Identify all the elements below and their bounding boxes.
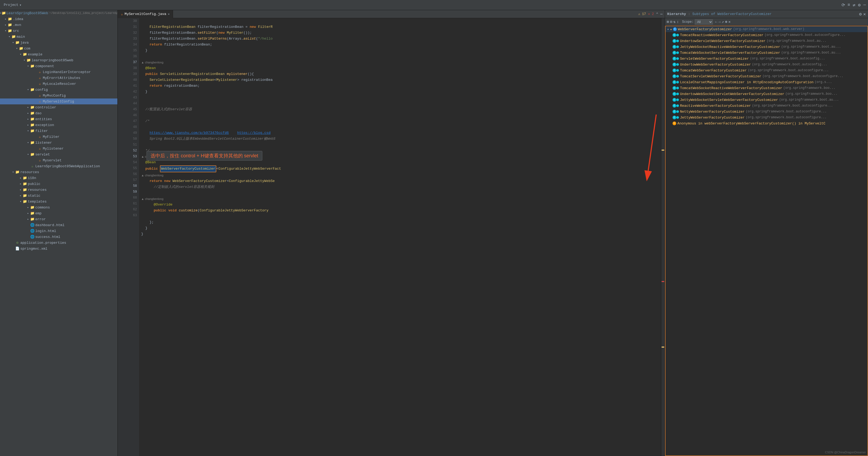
code-line-32: filterRegistrationBean.setFilter(new MyF… [141, 30, 659, 36]
sidebar-item-mvn[interactable]: ▸ 📁 .mvn [0, 22, 117, 28]
minimize-icon[interactable]: ─ [863, 3, 866, 7]
top-bar: Project ▾ ⟳ ≡ ⇄ ⚙ ─ [0, 0, 868, 10]
sidebar-item-example[interactable]: ▾ 📁 example [0, 51, 117, 57]
sidebar-item-myserveltconfig[interactable]: ▸ ☕ MyServeltConfig [0, 98, 117, 104]
code-line-42 [141, 95, 659, 101]
sidebar-item-springmvc-xml[interactable]: ▸ 📄 springmvc.xml [0, 246, 117, 252]
sidebar-item-exception[interactable]: ▸ 📁 exception [0, 122, 117, 128]
sidebar-item-mymvcconfig[interactable]: ▸ ☕ MyMvcConfig [0, 93, 117, 98]
hierarchy-close-icon[interactable]: ✕ [863, 11, 866, 17]
code-line-38: public ServletListenerRegistrationBean m… [141, 71, 659, 77]
hierarchy-item-6[interactable]: C → UndertowWebServerFactoryCustomizer (… [665, 61, 867, 67]
expand-icon2[interactable]: ↗ [722, 20, 724, 24]
sidebar-item-config[interactable]: ▾ 📁 config [0, 87, 117, 93]
sidebar-item-i18n[interactable]: ▸ 📁 i18n [0, 175, 117, 181]
code-line-37b: @Bean [141, 65, 659, 71]
sidebar-item-myfilter[interactable]: ▸ ☕ MyFilter [0, 134, 117, 140]
sidebar-item-dashboard-html[interactable]: ▸ 🌐 dashboard.html [0, 222, 117, 228]
hierarchy-item-10[interactable]: C → TomcatWebSocketReactiveWebServerFact… [665, 85, 867, 91]
hierarchy-item-1[interactable]: C → TomcatReactiveWebServerFactoryCustom… [665, 32, 867, 38]
sidebar-item-myerrorattributes[interactable]: ▸ ☕ MyErorrtAttributes [0, 75, 117, 81]
sidebar-item-application-properties[interactable]: ▸ ⚙ application.properties [0, 240, 117, 246]
close-panel-icon[interactable]: ✕ [728, 20, 731, 24]
sidebar-item-com[interactable]: ▾ 📁 com [0, 46, 117, 51]
scroll-bar[interactable] [661, 18, 665, 456]
code-line-57 [141, 190, 659, 196]
sidebar-item-filter[interactable]: ▾ 📁 filter [0, 128, 117, 134]
hierarchy-item-15[interactable]: C → JettyWebServerFactoryCustomizer (org… [665, 115, 867, 120]
code-line-46: /* [141, 118, 659, 124]
sync-icon[interactable]: ⟳ [841, 2, 845, 8]
hierarchy-item-7[interactable]: C → TomcatWebServerFactoryCustomizer (or… [665, 67, 867, 73]
hierarchy-item-13[interactable]: C → ReactiveWebServerFactoryCustomizer (… [665, 103, 867, 109]
sidebar-item-controller[interactable]: ▸ 📁 controller [0, 104, 117, 110]
sidebar-item-resources2[interactable]: ▸ 📁 resources [0, 187, 117, 193]
code-line-52-author: ▲ changbenlong [141, 153, 659, 160]
diff-icon[interactable]: ⇄ [853, 2, 856, 8]
sidebar-item-entities[interactable]: ▸ 📁 entities [0, 116, 117, 122]
sidebar-item-learnapp[interactable]: ▸ ☕ LearnSpringBoot05WebApplication [0, 163, 117, 169]
dropdown-arrow-icon: ▾ [20, 3, 22, 7]
code-line-43 [141, 101, 659, 107]
sidebar-item-listener[interactable]: ▾ 📁 listener [0, 140, 117, 146]
scope-label: Scope: [682, 20, 694, 24]
sidebar-item-error[interactable]: ▸ 📁 error [0, 216, 117, 222]
sidebar-item-mylistener[interactable]: ▸ ☕ Mylistener [0, 146, 117, 151]
sidebar-item-learnspringboot05web[interactable]: ▾ 📁 learnspringboot05web [0, 57, 117, 63]
sidebar-item-root[interactable]: ▾ 📁 LearnSpringBoot05Web ~/Desktop/intel… [0, 10, 117, 16]
sidebar-item-java[interactable]: ▾ 📁 java [0, 39, 117, 46]
code-line-63: } [141, 231, 659, 237]
error-count[interactable]: ✕ 2 [648, 12, 654, 16]
sidebar-item-dao[interactable]: ▸ 📁 dao [0, 110, 117, 116]
editor-expand-icon[interactable]: ⌃ [656, 12, 658, 16]
auto-scroll-icon[interactable]: ⊛ [725, 20, 727, 24]
sidebar-item-commons[interactable]: ▸ 📁 commons [0, 204, 117, 210]
project-dropdown[interactable]: Project ▾ [2, 2, 23, 8]
hierarchy-item-2[interactable]: C → UndertowServletWebServerFactoryCusto… [665, 38, 867, 44]
hierarchy-content: ▾ ★ C WebServerFactoryCustomizer (org.sp… [665, 26, 868, 456]
warning-count[interactable]: ⚠ 17 [638, 12, 646, 16]
sidebar-item-src[interactable]: ▾ 📁 src [0, 28, 117, 34]
hierarchy-type-icon[interactable]: ⇅ [673, 20, 676, 24]
hierarchy-item-14[interactable]: C → NettyWebServerFactoryCustomizer (org… [665, 109, 867, 115]
hierarchy-item-16[interactable]: C Anonymous in webServerFactoryWebServer… [665, 120, 867, 126]
sidebar-item-myservlet[interactable]: ▸ ☕ Myservlet [0, 158, 117, 163]
settings-icon[interactable]: ⚙ [858, 2, 861, 8]
sidebar-item-servlet[interactable]: ▾ 📁 servlet [0, 151, 117, 158]
sidebar-item-main[interactable]: ▾ 📁 main [0, 34, 117, 39]
hierarchy-item-11[interactable]: C → UndertowWebSocketServletWebServerFac… [665, 91, 867, 97]
scope-dropdown[interactable]: All Project [695, 19, 713, 25]
code-line-51: */ [141, 148, 659, 153]
nav-forward-icon[interactable]: → [718, 20, 720, 24]
top-bar-icons: ⟳ ≡ ⇄ ⚙ ─ [841, 2, 866, 8]
hierarchy-settings-icon[interactable]: ⚙ [859, 11, 862, 17]
structure-icon[interactable]: ≡ [848, 3, 850, 7]
hierarchy-item-8[interactable]: C → TomcatServletWebServerFactoryCustomi… [665, 73, 867, 79]
tab-myserveltconfig[interactable]: ☕ MyServeltConfig.java ✕ [118, 10, 173, 18]
hierarchy-item-4[interactable]: C → TomcatWebSocketServletWebServerFacto… [665, 50, 867, 56]
project-label: Project [4, 3, 19, 7]
sidebar-item-emp[interactable]: ▸ 📁 emp [0, 210, 117, 216]
collapse-all-icon[interactable]: ⊟ [670, 20, 672, 24]
sidebar-item-success-html[interactable]: ▸ 🌐 success.html [0, 234, 117, 240]
sidebar-item-idea[interactable]: ▸ 📁 .idea [0, 16, 117, 22]
editor-more-icon[interactable]: ⋯ [660, 12, 663, 16]
code-content[interactable]: FilterRegistrationBean filterRegistratio… [139, 18, 661, 456]
hierarchy-item-12[interactable]: C → JettyWebSocketServletWebServerFactor… [665, 97, 867, 103]
sort-icon[interactable]: ↕ [677, 20, 679, 24]
hierarchy-item-5[interactable]: C → ServletWebServerFactoryCustomizer (o… [665, 56, 867, 61]
sidebar-item-component[interactable]: ▾ 📁 component [0, 63, 117, 69]
hierarchy-item-9[interactable]: C → LocaleCharsetMappingsCustomizer in H… [665, 79, 867, 85]
sidebar-item-public[interactable]: ▸ 📁 public [0, 181, 117, 187]
nav-back-icon[interactable]: ← [715, 20, 717, 24]
sidebar-item-mylocalresolver[interactable]: ▸ ☕ MyLocaleResolver [0, 81, 117, 87]
hierarchy-item-root[interactable]: ▾ ★ C WebServerFactoryCustomizer (org.sp… [665, 26, 867, 32]
tab-close-icon[interactable]: ✕ [168, 12, 170, 16]
sidebar-item-resources-main[interactable]: ▾ 📁 resources [0, 169, 117, 175]
sidebar-item-loginhandlerinterceptor[interactable]: ▸ ☕ LoginHandlerInterceptor [0, 69, 117, 75]
sidebar-item-login-html[interactable]: ▸ 🌐 login.html [0, 228, 117, 234]
sidebar-item-static[interactable]: ▸ 📁 static [0, 193, 117, 199]
expand-all-icon[interactable]: ⊞ [666, 20, 669, 24]
hierarchy-item-3[interactable]: C → JettyWebSocketReactiveWebServerFacto… [665, 44, 867, 50]
sidebar-item-templates[interactable]: ▾ 📁 templates [0, 199, 117, 204]
